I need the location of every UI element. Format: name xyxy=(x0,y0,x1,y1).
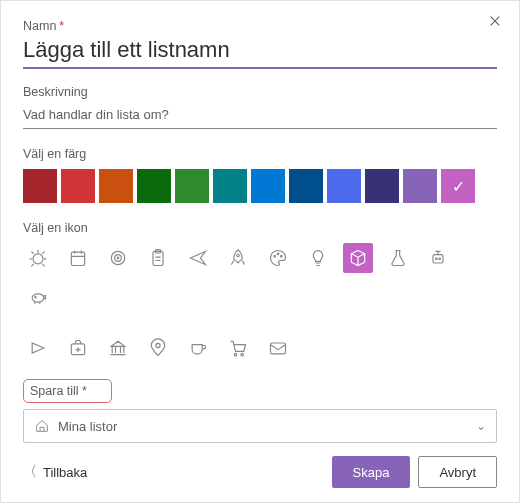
rocket-icon[interactable] xyxy=(223,243,253,273)
bank-icon[interactable] xyxy=(103,333,133,363)
svg-point-9 xyxy=(277,253,279,255)
chevron-down-icon: ⌄ xyxy=(476,419,486,433)
svg-rect-11 xyxy=(433,255,443,263)
close-button[interactable] xyxy=(485,11,505,31)
calendar-icon[interactable] xyxy=(63,243,93,273)
lightbulb-icon[interactable] xyxy=(303,243,333,273)
color-swatch-teal[interactable] xyxy=(213,169,247,203)
cancel-button[interactable]: Avbryt xyxy=(418,456,497,488)
svg-point-14 xyxy=(35,297,36,298)
svg-point-18 xyxy=(241,353,244,356)
color-swatch-dark-purple[interactable] xyxy=(365,169,399,203)
color-swatch-red[interactable] xyxy=(61,169,95,203)
svg-point-13 xyxy=(439,258,441,260)
name-label: Namn* xyxy=(23,19,497,33)
create-button[interactable]: Skapa xyxy=(332,456,411,488)
save-to-label: Spara till * xyxy=(23,379,112,403)
mail-icon[interactable] xyxy=(263,333,293,363)
svg-point-7 xyxy=(237,254,240,257)
palette-icon[interactable] xyxy=(263,243,293,273)
piggybank-icon[interactable] xyxy=(23,283,53,313)
svg-rect-19 xyxy=(271,343,286,354)
choose-color-label: Välj en färg xyxy=(23,147,497,161)
target-icon[interactable] xyxy=(103,243,133,273)
coffee-icon[interactable] xyxy=(183,333,213,363)
svg-point-4 xyxy=(117,257,119,259)
color-swatch-blue[interactable] xyxy=(251,169,285,203)
description-input[interactable] xyxy=(23,103,497,129)
svg-point-2 xyxy=(111,251,124,264)
color-swatch-dark-blue[interactable] xyxy=(289,169,323,203)
svg-rect-1 xyxy=(71,252,84,265)
svg-point-10 xyxy=(281,256,283,258)
save-to-select[interactable]: Mina listor ⌄ xyxy=(23,409,497,443)
airplane-icon[interactable] xyxy=(183,243,213,273)
robot-icon[interactable] xyxy=(423,243,453,273)
icon-grid xyxy=(23,243,483,363)
firstaid-icon[interactable] xyxy=(63,333,93,363)
description-label: Beskrivning xyxy=(23,85,497,99)
color-swatch-purple[interactable] xyxy=(403,169,437,203)
create-list-panel: Namn* Beskrivning Välj en färg Välj en i… xyxy=(0,0,520,503)
svg-point-12 xyxy=(436,258,438,260)
playlist-icon[interactable] xyxy=(23,333,53,363)
svg-point-8 xyxy=(274,256,276,258)
svg-point-17 xyxy=(234,353,237,356)
flask-icon[interactable] xyxy=(383,243,413,273)
cube-icon[interactable] xyxy=(343,243,373,273)
back-button[interactable]: 〈 Tillbaka xyxy=(23,463,87,481)
location-icon[interactable] xyxy=(143,333,173,363)
svg-point-16 xyxy=(156,343,160,347)
chevron-left-icon: 〈 xyxy=(23,463,37,481)
clipboard-icon[interactable] xyxy=(143,243,173,273)
name-input[interactable] xyxy=(23,37,497,69)
color-swatch-green[interactable] xyxy=(137,169,171,203)
color-swatch-indigo[interactable] xyxy=(327,169,361,203)
color-swatch-orange[interactable] xyxy=(99,169,133,203)
color-swatch-bright-green[interactable] xyxy=(175,169,209,203)
svg-point-3 xyxy=(115,255,122,262)
cart-icon[interactable] xyxy=(223,333,253,363)
color-swatch-pink[interactable] xyxy=(441,169,475,203)
svg-point-0 xyxy=(33,254,43,264)
color-row xyxy=(23,169,497,203)
home-icon xyxy=(34,418,50,434)
bug-icon[interactable] xyxy=(23,243,53,273)
color-swatch-dark-red[interactable] xyxy=(23,169,57,203)
footer: 〈 Tillbaka Skapa Avbryt xyxy=(23,456,497,488)
choose-icon-label: Välj en ikon xyxy=(23,221,497,235)
save-to-value: Mina listor xyxy=(58,419,117,434)
